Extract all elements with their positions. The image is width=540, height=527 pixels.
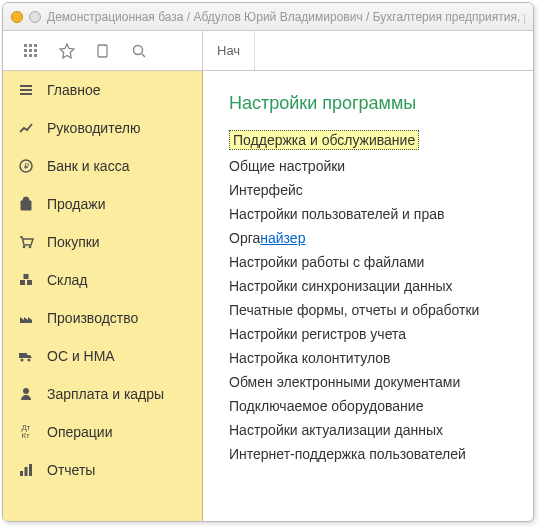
trend-icon bbox=[17, 119, 35, 137]
svg-rect-28 bbox=[29, 464, 32, 476]
sidebar-item-manufacturing[interactable]: Производство bbox=[3, 299, 202, 337]
sidebar-item-label: Операции bbox=[47, 424, 113, 440]
link-sync[interactable]: Настройки синхронизации данных bbox=[229, 278, 523, 294]
svg-point-25 bbox=[23, 388, 29, 394]
svg-rect-4 bbox=[29, 49, 32, 52]
sidebar-item-label: Производство bbox=[47, 310, 138, 326]
sidebar-item-operations[interactable]: ДтКт Операции bbox=[3, 413, 202, 451]
svg-rect-27 bbox=[25, 467, 28, 476]
svg-rect-9 bbox=[98, 45, 107, 57]
sidebar-item-label: Зарплата и кадры bbox=[47, 386, 164, 402]
tab-start[interactable]: Нач bbox=[203, 31, 255, 70]
svg-rect-26 bbox=[20, 471, 23, 476]
svg-point-17 bbox=[23, 246, 26, 249]
sidebar-item-label: Отчеты bbox=[47, 462, 95, 478]
sidebar-item-manager[interactable]: Руководителю bbox=[3, 109, 202, 147]
svg-rect-1 bbox=[29, 44, 32, 47]
sidebar-item-label: Руководителю bbox=[47, 120, 140, 136]
svg-rect-0 bbox=[24, 44, 27, 47]
history-icon bbox=[95, 43, 111, 59]
sidebar: Главное Руководителю ₽ Банк и касса Прод… bbox=[3, 71, 203, 521]
titlebar: Демонстрационная база / Абдулов Юрий Вла… bbox=[3, 3, 533, 31]
star-icon bbox=[59, 43, 75, 59]
svg-text:₽: ₽ bbox=[24, 162, 29, 171]
link-users[interactable]: Настройки пользователей и прав bbox=[229, 206, 523, 222]
svg-point-10 bbox=[134, 45, 143, 54]
main-panel: Настройки программы Поддержка и обслужив… bbox=[203, 71, 533, 521]
sidebar-item-label: Банк и касса bbox=[47, 158, 129, 174]
factory-icon bbox=[17, 309, 35, 327]
truck-icon bbox=[17, 347, 35, 365]
boxes-icon bbox=[17, 271, 35, 289]
section-title: Настройки программы bbox=[229, 93, 523, 114]
sidebar-item-bank[interactable]: ₽ Банк и касса bbox=[3, 147, 202, 185]
chart-icon bbox=[17, 461, 35, 479]
svg-rect-2 bbox=[34, 44, 37, 47]
apps-button[interactable] bbox=[13, 33, 49, 69]
link-print[interactable]: Печатные формы, отчеты и обработки bbox=[229, 302, 523, 318]
sidebar-item-label: Главное bbox=[47, 82, 101, 98]
settings-link-list: Поддержка и обслуживание Общие настройки… bbox=[229, 130, 523, 462]
sidebar-item-label: Склад bbox=[47, 272, 88, 288]
link-interface[interactable]: Интерфейс bbox=[229, 182, 523, 198]
link-files[interactable]: Настройки работы с файлами bbox=[229, 254, 523, 270]
link-general[interactable]: Общие настройки bbox=[229, 158, 523, 174]
sidebar-item-label: Продажи bbox=[47, 196, 105, 212]
svg-point-18 bbox=[29, 246, 32, 249]
link-update[interactable]: Настройки актуализации данных bbox=[229, 422, 523, 438]
sidebar-item-hr[interactable]: Зарплата и кадры bbox=[3, 375, 202, 413]
window-close-icon[interactable] bbox=[11, 11, 23, 23]
favorites-button[interactable] bbox=[49, 33, 85, 69]
sidebar-item-purchases[interactable]: Покупки bbox=[3, 223, 202, 261]
window-maximize-icon[interactable] bbox=[29, 11, 41, 23]
sidebar-item-sales[interactable]: Продажи bbox=[3, 185, 202, 223]
svg-rect-5 bbox=[34, 49, 37, 52]
svg-rect-6 bbox=[24, 54, 27, 57]
cart-icon bbox=[17, 233, 35, 251]
svg-rect-21 bbox=[24, 274, 29, 279]
history-button[interactable] bbox=[85, 33, 121, 69]
sidebar-item-main[interactable]: Главное bbox=[3, 71, 202, 109]
sidebar-item-warehouse[interactable]: Склад bbox=[3, 261, 202, 299]
link-support[interactable]: Поддержка и обслуживание bbox=[229, 130, 419, 150]
svg-rect-19 bbox=[20, 280, 25, 285]
svg-rect-3 bbox=[24, 49, 27, 52]
person-icon bbox=[17, 385, 35, 403]
search-icon bbox=[131, 43, 147, 59]
svg-rect-8 bbox=[34, 54, 37, 57]
link-registers[interactable]: Настройки регистров учета bbox=[229, 326, 523, 342]
svg-point-24 bbox=[28, 359, 31, 362]
ruble-icon: ₽ bbox=[17, 157, 35, 175]
search-button[interactable] bbox=[121, 33, 157, 69]
link-hardware[interactable]: Подключаемое оборудование bbox=[229, 398, 523, 414]
sidebar-item-label: ОС и НМА bbox=[47, 348, 115, 364]
svg-rect-22 bbox=[19, 353, 27, 358]
sidebar-item-label: Покупки bbox=[47, 234, 100, 250]
link-headers[interactable]: Настройка колонтитулов bbox=[229, 350, 523, 366]
svg-point-23 bbox=[21, 359, 24, 362]
grid-icon bbox=[23, 43, 39, 59]
dtkt-icon: ДтКт bbox=[17, 423, 35, 441]
link-organizer[interactable]: Органайзер bbox=[229, 230, 523, 246]
tab-label: Нач bbox=[217, 43, 240, 58]
link-support-online[interactable]: Интернет-поддержка пользователей bbox=[229, 446, 523, 462]
menu-icon bbox=[17, 81, 35, 99]
sidebar-item-reports[interactable]: Отчеты bbox=[3, 451, 202, 489]
svg-rect-7 bbox=[29, 54, 32, 57]
window-title: Демонстрационная база / Абдулов Юрий Вла… bbox=[47, 10, 525, 24]
svg-rect-20 bbox=[27, 280, 32, 285]
sidebar-item-assets[interactable]: ОС и НМА bbox=[3, 337, 202, 375]
bag-icon bbox=[17, 195, 35, 213]
svg-line-11 bbox=[142, 54, 145, 57]
toolbar: Нач bbox=[3, 31, 533, 71]
link-edoc[interactable]: Обмен электронными документами bbox=[229, 374, 523, 390]
